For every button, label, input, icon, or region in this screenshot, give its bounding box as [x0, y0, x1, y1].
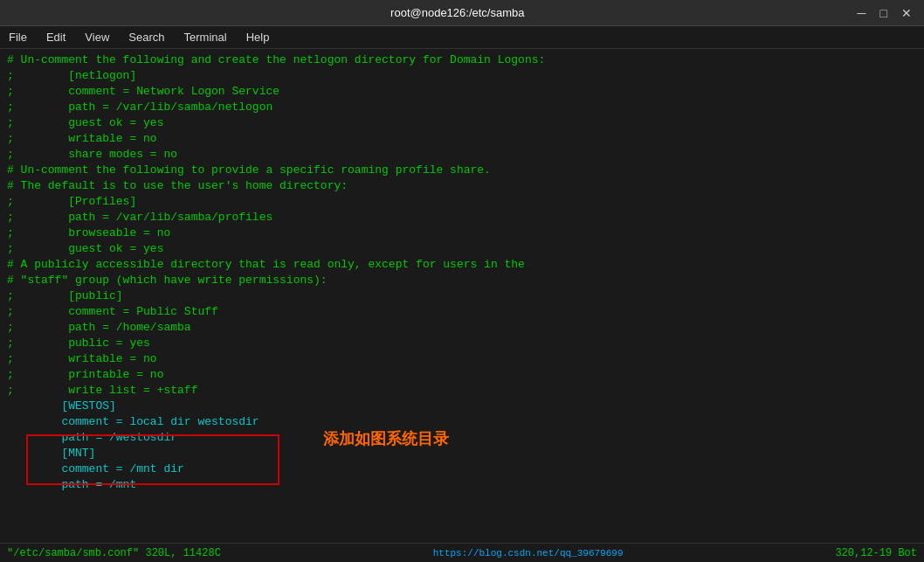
code-line: [MNT] [7, 446, 917, 461]
code-line: # The default is to use the user's home … [7, 178, 917, 194]
code-line: ; [public] [7, 288, 917, 304]
menu-help[interactable]: Help [241, 29, 275, 45]
code-line: ; writable = no [7, 351, 917, 367]
code-line: ; [Profiles] [7, 194, 917, 210]
status-left: "/etc/samba/smb.conf" 320L, 11428C [7, 547, 221, 559]
code-line: ; [netlogon] [7, 68, 917, 84]
menu-terminal[interactable]: Terminal [179, 29, 232, 45]
status-right: 320,12-19 Bot [835, 547, 917, 559]
menu-view[interactable]: View [79, 29, 114, 45]
code-line: ; share modes = no [7, 147, 917, 163]
annotation-text: 添加如图系统目录 [323, 428, 449, 449]
code-line: ; path = /home/samba [7, 320, 917, 336]
window-controls: ─ □ ✕ [854, 6, 915, 20]
status-link[interactable]: https://blog.csdn.net/qq_39679699 [433, 548, 624, 559]
code-line: # Un-comment the following and create th… [7, 52, 917, 68]
menu-bar: File Edit View Search Terminal Help [0, 26, 924, 49]
menu-file[interactable]: File [3, 29, 32, 45]
code-line: ; guest ok = yes [7, 241, 917, 257]
maximize-button[interactable]: □ [877, 6, 891, 20]
code-line: ; public = yes [7, 336, 917, 351]
code-line: # Un-comment the following to provide a … [7, 163, 917, 178]
code-line: ; path = /var/lib/samba/netlogon [7, 100, 917, 115]
menu-edit[interactable]: Edit [41, 29, 71, 45]
code-line: path = /mnt [7, 477, 917, 493]
code-line: ; comment = Network Logon Service [7, 84, 917, 100]
code-line: ; comment = Public Stuff [7, 304, 917, 320]
code-line: # A publicly accessible directory that i… [7, 257, 917, 273]
code-line: # "staff" group (which have write permis… [7, 273, 917, 288]
close-button[interactable]: ✕ [898, 6, 915, 20]
code-line: ; path = /var/lib/samba/profiles [7, 210, 917, 225]
title-bar: root@node126:/etc/samba ─ □ ✕ [0, 0, 924, 26]
menu-search[interactable]: Search [123, 29, 169, 45]
minimize-button[interactable]: ─ [854, 6, 870, 20]
code-line: ; printable = no [7, 367, 917, 383]
code-line: ; browseable = no [7, 225, 917, 241]
code-line: path = /westosdir [7, 430, 917, 446]
code-line: ; guest ok = yes [7, 115, 917, 131]
code-line: comment = /mnt dir [7, 461, 917, 477]
status-bar: "/etc/samba/smb.conf" 320L, 11428C https… [0, 543, 924, 562]
editor-area: # Un-comment the following and create th… [0, 49, 924, 543]
code-line: comment = local dir westosdir [7, 414, 917, 430]
code-line: ; write list = +staff [7, 383, 917, 399]
window-title: root@node126:/etc/samba [61, 6, 854, 19]
code-line: [WESTOS] [7, 399, 917, 414]
code-line: ; writable = no [7, 131, 917, 147]
